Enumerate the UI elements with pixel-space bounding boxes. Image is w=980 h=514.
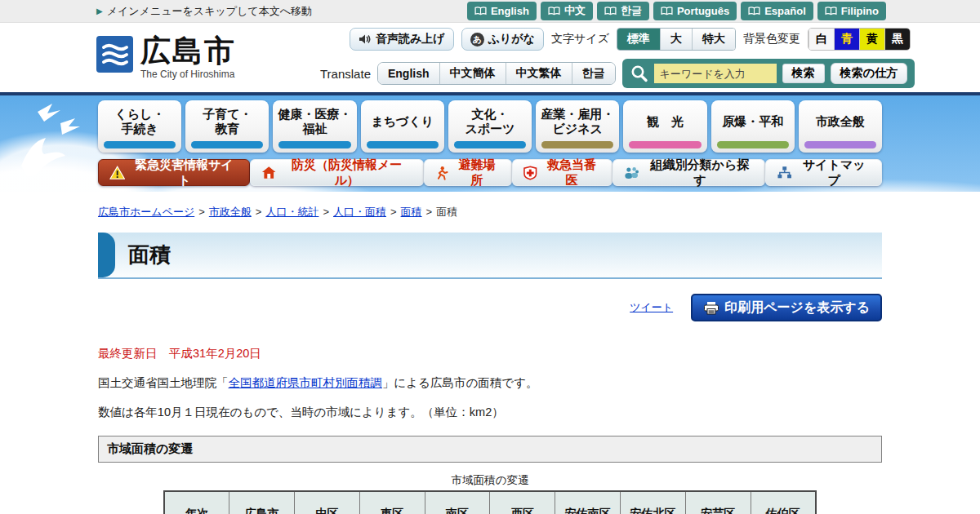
nav-tab-color-bar bbox=[804, 141, 876, 148]
nav-tab-bunka[interactable]: 文化・ スポーツ bbox=[448, 100, 532, 153]
nav-tab-shisei[interactable]: 市政全般 bbox=[799, 100, 882, 153]
bg-blue-button[interactable]: 青 bbox=[834, 29, 859, 50]
tweet-link[interactable]: ツイート bbox=[630, 300, 673, 315]
nav-tab-label: ビジネス bbox=[553, 122, 603, 136]
nav-tab-sangyo[interactable]: 産業・雇用・ ビジネス bbox=[536, 100, 619, 153]
bosai-mail-button[interactable]: 防災（防災情報メール） bbox=[250, 159, 425, 186]
breadcrumb-link-home[interactable]: 広島市ホームページ bbox=[98, 206, 194, 218]
page-actions: ツイート 印刷用ページを表示する bbox=[98, 294, 882, 321]
table-caption: 市域面積の変遷 bbox=[98, 473, 882, 488]
nav-tab-color-bar bbox=[367, 141, 439, 148]
nav-tab-label: まちづくり bbox=[371, 114, 434, 129]
breadcrumb-link-shisei[interactable]: 市政全般 bbox=[209, 206, 252, 218]
nav-tab-kenko[interactable]: 健康・医療・ 福祉 bbox=[273, 100, 356, 153]
nav-tab-kurashi[interactable]: くらし・ 手続き bbox=[98, 100, 181, 153]
col-header-aki: 安芸区 bbox=[685, 491, 751, 514]
font-size-standard-button[interactable]: 標準 bbox=[617, 29, 660, 50]
nav-tab-color-bar bbox=[191, 141, 263, 148]
lang-button-spanish[interactable]: Español bbox=[741, 2, 813, 20]
translate-chinese-simplified-button[interactable]: 中文簡体 bbox=[439, 63, 506, 84]
nav-tab-color-bar bbox=[541, 141, 613, 148]
bg-yellow-button[interactable]: 黄 bbox=[859, 29, 884, 50]
col-header-nishi: 西区 bbox=[490, 491, 555, 514]
emergency-info-button[interactable]: 緊急災害情報サイト bbox=[98, 159, 250, 186]
nav-tab-label: 観 光 bbox=[647, 114, 684, 129]
page-root: ▶ メインメニューをスキップして本文へ移動 English 中文 한글 Port… bbox=[0, 0, 980, 514]
quick-link-label: 避難場所 bbox=[453, 157, 501, 188]
title-accent-bar bbox=[98, 233, 115, 277]
lang-button-portuguese[interactable]: Português bbox=[653, 2, 737, 20]
nav-tab-kanko[interactable]: 観 光 bbox=[623, 100, 706, 153]
speech-readout-button[interactable]: 音声読み上げ bbox=[350, 28, 454, 51]
search-button[interactable]: 検索 bbox=[782, 64, 825, 83]
bg-black-button[interactable]: 黒 bbox=[884, 29, 910, 50]
book-icon bbox=[604, 7, 617, 16]
quick-link-label: 組織別分類から探す bbox=[646, 157, 754, 188]
area-survey-link[interactable]: 全国都道府県市町村別面積調 bbox=[229, 376, 383, 389]
lang-button-korean[interactable]: 한글 bbox=[597, 2, 649, 20]
accessibility-toolbar: 音声読み上げ あ ふりがな 文字サイズ 標準 大 特大 背景色変更 白 青 黄 … bbox=[350, 28, 911, 51]
site-search: 検索 検索の仕方 bbox=[622, 59, 915, 88]
nav-tab-machizukuri[interactable]: まちづくり bbox=[361, 100, 444, 153]
translate-korean-button[interactable]: 한글 bbox=[572, 63, 615, 84]
furigana-button[interactable]: あ ふりがな bbox=[461, 28, 544, 51]
main-navigation-banner: くらし・ 手続き 子育て・ 教育 健康・医療・ 福祉 まちづくり 文化・ スポー… bbox=[0, 95, 980, 192]
sitemap-button[interactable]: サイトマップ bbox=[765, 159, 882, 186]
speech-readout-label: 音声読み上げ bbox=[376, 32, 445, 47]
font-size-label: 文字サイズ bbox=[551, 32, 609, 47]
furigana-label: ふりがな bbox=[488, 32, 535, 47]
evacuation-sites-button[interactable]: 避難場所 bbox=[424, 159, 512, 186]
translate-label: Translate bbox=[320, 67, 371, 81]
printer-icon bbox=[703, 301, 719, 315]
lang-button-chinese[interactable]: 中文 bbox=[541, 2, 593, 20]
nav-tab-label: 文化・ bbox=[471, 107, 508, 122]
nav-tab-kosodate[interactable]: 子育て・ 教育 bbox=[185, 100, 269, 153]
nav-tab-label: 手続き bbox=[121, 122, 158, 136]
quick-link-label: 救急当番医 bbox=[542, 157, 602, 188]
lang-label: English bbox=[491, 5, 529, 17]
translate-search-toolbar: Translate English 中文簡体 中文繁体 한글 検索 検索の仕方 bbox=[320, 59, 915, 88]
page-title-box: 面積 bbox=[98, 233, 882, 279]
breadcrumb-link-menseki[interactable]: 面積 bbox=[401, 206, 422, 218]
lang-label: 中文 bbox=[564, 3, 586, 18]
lang-button-english[interactable]: English bbox=[467, 2, 537, 20]
lang-label: Português bbox=[677, 5, 729, 17]
breadcrumb-separator: > bbox=[198, 206, 205, 218]
quick-link-label: 緊急災害情報サイト bbox=[130, 157, 238, 188]
nav-tab-genbaku[interactable]: 原爆・平和 bbox=[711, 100, 795, 153]
breadcrumb-link-jinko-tokei[interactable]: 人口・統計 bbox=[265, 206, 318, 218]
quick-link-label: 防災（防災情報メール） bbox=[281, 157, 412, 188]
col-header-asakita: 安佐北区 bbox=[621, 491, 686, 514]
section-header: 市域面積の変遷 bbox=[98, 436, 882, 463]
search-help-button[interactable]: 検索の仕方 bbox=[831, 63, 907, 84]
font-size-large-button[interactable]: 大 bbox=[660, 29, 692, 50]
breadcrumb: 広島市ホームページ>市政全般>人口・統計>人口・面積>面積>面積 bbox=[98, 205, 882, 219]
lang-label: Filipino bbox=[841, 5, 879, 17]
bg-white-button[interactable]: 白 bbox=[808, 29, 834, 50]
site-logo[interactable]: 広島市 The City of Hiroshima bbox=[96, 36, 236, 80]
col-header-year: 年次 bbox=[164, 491, 229, 514]
org-category-button[interactable]: 組織別分類から探す bbox=[612, 159, 765, 186]
font-size-group: 標準 大 特大 bbox=[617, 28, 736, 51]
translate-chinese-traditional-button[interactable]: 中文繁体 bbox=[506, 63, 572, 84]
font-size-xlarge-button[interactable]: 特大 bbox=[692, 29, 735, 50]
nav-tab-label: 福祉 bbox=[303, 122, 327, 136]
search-input[interactable] bbox=[654, 64, 777, 83]
emergency-doctor-button[interactable]: 救急当番医 bbox=[512, 159, 612, 186]
print-button-label: 印刷用ページを表示する bbox=[724, 299, 870, 317]
breadcrumb-current: 面積 bbox=[436, 206, 457, 218]
lang-button-filipino[interactable]: Filipino bbox=[817, 2, 886, 20]
nav-tab-label: 健康・医療・ bbox=[278, 107, 352, 122]
house-icon bbox=[261, 166, 276, 179]
search-icon bbox=[630, 64, 648, 83]
print-page-button[interactable]: 印刷用ページを表示する bbox=[691, 294, 882, 321]
running-person-icon bbox=[435, 166, 448, 180]
translate-english-button[interactable]: English bbox=[378, 63, 439, 84]
breadcrumb-separator: > bbox=[256, 206, 262, 218]
logo-subtitle: The City of Hiroshima bbox=[140, 69, 236, 80]
breadcrumb-link-jinko-menseki[interactable]: 人口・面積 bbox=[333, 206, 386, 218]
col-header-higashi: 東区 bbox=[359, 491, 425, 514]
nav-tab-color-bar bbox=[454, 141, 526, 148]
doves-icon bbox=[7, 102, 96, 192]
skip-to-content-link[interactable]: ▶ メインメニューをスキップして本文へ移動 bbox=[96, 4, 312, 19]
